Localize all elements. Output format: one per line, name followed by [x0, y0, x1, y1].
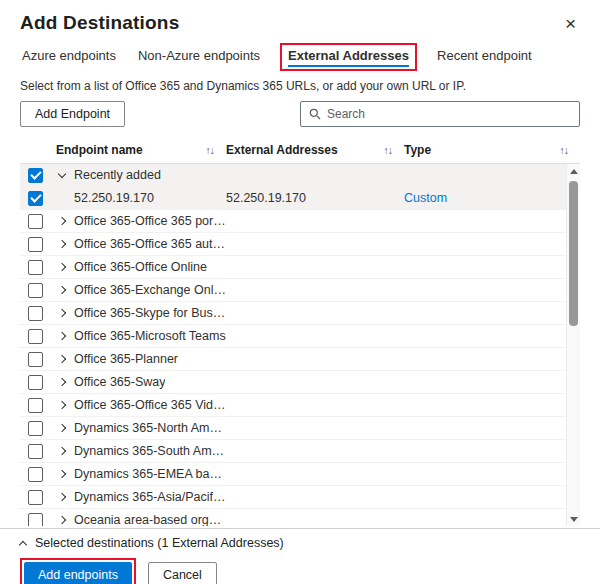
sort-icon[interactable]: ↑↓	[384, 144, 393, 156]
dialog-header: Add Destinations ×	[0, 0, 600, 35]
add-destinations-dialog: Add Destinations × Azure endpoints Non-A…	[0, 0, 600, 584]
table-row[interactable]: Office 365-Office 365 Video and Micr...	[20, 394, 566, 417]
scrollbar-down-arrow[interactable]	[567, 512, 580, 526]
annotation-highlight-box: Add endpoints	[20, 558, 136, 584]
row-checkbox[interactable]	[28, 191, 43, 206]
tab-recent-endpoint[interactable]: Recent endpoint	[435, 43, 534, 71]
column-header-external-addresses[interactable]: External Addresses ↑↓	[226, 143, 404, 157]
row-checkbox[interactable]	[28, 513, 43, 527]
row-checkbox-cell	[20, 375, 56, 390]
row-name-cell: Office 365-Sway	[56, 375, 226, 389]
row-checkbox[interactable]	[28, 398, 43, 413]
expand-chevron-icon[interactable]	[58, 355, 66, 363]
column-label: External Addresses	[226, 143, 338, 157]
table-row[interactable]: Office 365-Planner	[20, 348, 566, 371]
table-row[interactable]: 52.250.19.170 52.250.19.170 Custom	[20, 187, 566, 210]
row-name-cell: Office 365-Microsoft Teams	[56, 329, 226, 343]
row-checkbox-cell	[20, 283, 56, 298]
row-checkbox[interactable]	[28, 168, 43, 183]
row-checkbox[interactable]	[28, 214, 43, 229]
tab-external-addresses[interactable]: External Addresses	[280, 43, 417, 71]
tab-label: Non-Azure endpoints	[138, 48, 260, 63]
expand-chevron-icon[interactable]	[58, 240, 66, 248]
row-name-cell: Dynamics 365-Asia/Pacific area-base...	[56, 490, 226, 504]
scrollbar-up-arrow[interactable]	[567, 164, 580, 178]
column-header-endpoint-name[interactable]: Endpoint name ↑↓	[56, 143, 226, 157]
endpoints-table: Endpoint name ↑↓ External Addresses ↑↓ T…	[0, 137, 600, 526]
row-checkbox[interactable]	[28, 306, 43, 321]
table-row[interactable]: Office 365-Office 365 portal and shar...	[20, 210, 566, 233]
row-checkbox[interactable]	[28, 329, 43, 344]
row-name-cell: Dynamics 365-South America-based ...	[56, 444, 226, 458]
row-checkbox[interactable]	[28, 283, 43, 298]
expand-chevron-icon[interactable]	[58, 217, 66, 225]
description-text: Select from a list of Office 365 and Dyn…	[0, 71, 600, 93]
selected-destinations-toggle[interactable]: Selected destinations (1 External Addres…	[0, 528, 600, 556]
close-icon[interactable]: ×	[561, 12, 580, 35]
row-checkbox[interactable]	[28, 421, 43, 436]
expand-chevron-icon[interactable]	[58, 309, 66, 317]
row-checkbox[interactable]	[28, 490, 43, 505]
row-name-cell: Dynamics 365-North America-based ...	[56, 421, 226, 435]
scrollbar[interactable]	[566, 164, 580, 526]
row-checkbox[interactable]	[28, 467, 43, 482]
row-name-cell: Recently added	[56, 168, 226, 182]
table-header: Endpoint name ↑↓ External Addresses ↑↓ T…	[20, 137, 580, 164]
table-row[interactable]: Recently added	[20, 164, 566, 187]
expand-chevron-icon[interactable]	[58, 378, 66, 386]
table-row[interactable]: Dynamics 365-North America-based ...	[20, 417, 566, 440]
cancel-button[interactable]: Cancel	[148, 562, 217, 584]
sort-icon[interactable]: ↑↓	[206, 144, 215, 156]
row-checkbox-cell	[20, 398, 56, 413]
table-row[interactable]: Office 365-Office 365 authentication ...	[20, 233, 566, 256]
table-row[interactable]: Office 365-Exchange Online	[20, 279, 566, 302]
table-row[interactable]: Office 365-Skype for Business Online	[20, 302, 566, 325]
tab-non-azure-endpoints[interactable]: Non-Azure endpoints	[136, 43, 262, 71]
search-box[interactable]	[300, 101, 580, 127]
sort-icon[interactable]: ↑↓	[560, 144, 569, 156]
search-input[interactable]	[327, 107, 571, 121]
table-rows: Recently added 52.250.19.170 52.250.19.1…	[20, 164, 566, 526]
tab-azure-endpoints[interactable]: Azure endpoints	[20, 43, 118, 71]
column-header-type[interactable]: Type ↑↓	[404, 143, 580, 157]
add-endpoint-button[interactable]: Add Endpoint	[20, 101, 125, 127]
endpoint-name: Office 365-Microsoft Teams	[74, 329, 226, 343]
row-checkbox-cell	[20, 467, 56, 482]
row-checkbox[interactable]	[28, 260, 43, 275]
row-name-cell: Office 365-Office Online	[56, 260, 226, 274]
column-label: Type	[404, 143, 431, 157]
add-endpoints-button[interactable]: Add endpoints	[24, 562, 132, 584]
expand-chevron-icon[interactable]	[58, 332, 66, 340]
row-checkbox[interactable]	[28, 237, 43, 252]
row-checkbox[interactable]	[28, 352, 43, 367]
row-name-cell: 52.250.19.170	[56, 191, 226, 205]
expand-chevron-icon[interactable]	[58, 516, 66, 524]
table-row[interactable]: Dynamics 365-South America-based ...	[20, 440, 566, 463]
row-checkbox[interactable]	[28, 375, 43, 390]
endpoint-name: Dynamics 365-North America-based ...	[74, 421, 226, 435]
expand-chevron-icon[interactable]	[58, 263, 66, 271]
expand-chevron-icon[interactable]	[58, 493, 66, 501]
table-row[interactable]: Dynamics 365-Asia/Pacific area-base...	[20, 486, 566, 509]
expand-chevron-icon[interactable]	[58, 286, 66, 294]
row-name-cell: Office 365-Office 365 Video and Micr...	[56, 398, 226, 412]
row-checkbox-cell	[20, 513, 56, 527]
row-checkbox-cell	[20, 444, 56, 459]
row-checkbox[interactable]	[28, 444, 43, 459]
scrollbar-thumb[interactable]	[569, 181, 578, 326]
tab-label: External Addresses	[288, 48, 409, 63]
tabs: Azure endpoints Non-Azure endpoints Exte…	[0, 35, 600, 71]
expand-chevron-icon[interactable]	[58, 401, 66, 409]
endpoint-name: Dynamics 365-South America-based ...	[74, 444, 226, 458]
expand-chevron-icon[interactable]	[58, 424, 66, 432]
endpoint-name: Office 365-Skype for Business Online	[74, 306, 226, 320]
expand-chevron-icon[interactable]	[58, 169, 66, 177]
expand-chevron-icon[interactable]	[58, 470, 66, 478]
footer-buttons: Add endpoints Cancel	[0, 556, 600, 584]
table-row[interactable]: Office 365-Office Online	[20, 256, 566, 279]
table-row[interactable]: Dynamics 365-EMEA based organizat...	[20, 463, 566, 486]
table-row[interactable]: Office 365-Sway	[20, 371, 566, 394]
expand-chevron-icon[interactable]	[58, 447, 66, 455]
table-row[interactable]: Oceania area-based organizations	[20, 509, 566, 526]
table-row[interactable]: Office 365-Microsoft Teams	[20, 325, 566, 348]
